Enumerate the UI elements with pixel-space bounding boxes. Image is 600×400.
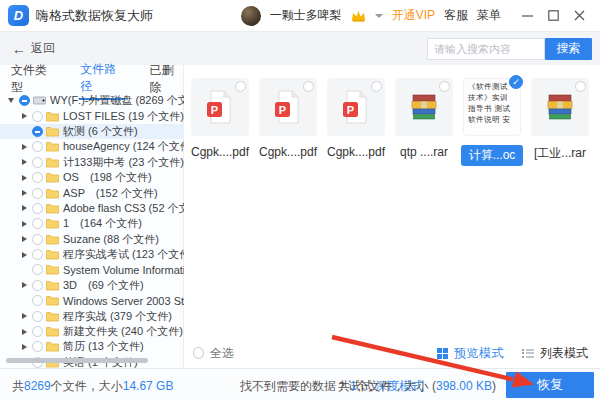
tree-item[interactable]: 程序实战考试 (123 个文件) [0, 247, 184, 262]
file-tile-pdf[interactable]: P [259, 78, 317, 136]
chevron-down-icon[interactable] [375, 14, 383, 18]
tree-item[interactable]: Adobe flash CS3 (52 个文件) [0, 201, 184, 216]
tree-item[interactable]: 软测 (6 个文件) [0, 124, 184, 139]
unchecked-checkbox[interactable] [32, 234, 43, 245]
file-name[interactable]: qtp ....rar [389, 145, 459, 159]
tree-item[interactable]: 3D (69 个文件) [0, 278, 184, 293]
open-vip-button[interactable]: 开通VIP [392, 7, 435, 24]
unchecked-checkbox[interactable] [32, 341, 43, 352]
preview-mode-button[interactable]: 预览模式 [437, 345, 504, 362]
expand-closed-icon[interactable] [19, 282, 29, 288]
unchecked-checkbox[interactable] [32, 141, 43, 152]
folder-icon [46, 188, 60, 199]
file-tile-pdf[interactable]: P [191, 78, 249, 136]
search-button[interactable]: 搜索 [545, 38, 592, 60]
file-unchecked-checkbox[interactable] [303, 81, 314, 92]
unchecked-checkbox[interactable] [32, 264, 43, 275]
tree-item[interactable]: 简历 (13 个文件) [0, 339, 184, 354]
tree-item[interactable]: System Volume Informati [0, 262, 184, 277]
tree-item[interactable]: ASP (152 个文件) [0, 185, 184, 200]
status-bar: 共8269个文件，大小14.67 GB 找不到需要的数据？试试 深度模式 共1个… [0, 368, 600, 400]
tree-item-label: Windows Server 2003 Sta [63, 295, 184, 307]
unchecked-checkbox[interactable] [32, 172, 43, 183]
folder-icon [46, 326, 60, 337]
tree-item-label: 程序实战考试 (123 个文件) [63, 247, 184, 262]
file-tile-pdf[interactable]: P [327, 78, 385, 136]
file-tile-rar[interactable] [531, 78, 589, 136]
file-tile-doc[interactable]: 《软件测试技术》实训指导书 测试软件说明 安✓ [463, 78, 521, 136]
expand-closed-icon[interactable] [19, 329, 29, 335]
expand-open-icon[interactable] [6, 98, 16, 103]
tree-item-label: LOST FILES (19 个文件) [63, 109, 184, 124]
file-unchecked-checkbox[interactable] [575, 81, 586, 92]
menu-button[interactable]: 菜单 [477, 7, 501, 24]
folder-icon [46, 234, 60, 245]
list-view-icon [522, 348, 534, 359]
tree-item[interactable]: 新建文件夹 (240 个文件) [0, 324, 184, 339]
minimize-button[interactable] [516, 5, 538, 27]
tree-item[interactable]: 1 (164 个文件) [0, 216, 184, 231]
folder-icon [46, 295, 60, 306]
unchecked-checkbox[interactable] [32, 326, 43, 337]
tree-item[interactable]: houseAgency (124 个文件) [0, 139, 184, 154]
file-unchecked-checkbox[interactable] [439, 81, 450, 92]
back-button[interactable]: ← 返回 [12, 40, 55, 57]
file-checked-checkbox[interactable]: ✓ [509, 75, 523, 89]
search-input[interactable] [427, 38, 545, 60]
expand-closed-icon[interactable] [19, 313, 29, 319]
file-name[interactable]: Cgpk....pdf [321, 145, 391, 159]
tree-item[interactable]: OS (198 个文件) [0, 170, 184, 185]
expand-closed-icon[interactable] [19, 113, 29, 119]
unchecked-checkbox[interactable] [32, 311, 43, 322]
folder-icon [46, 157, 60, 168]
file-name[interactable]: Cgpk....pdf [185, 145, 255, 159]
unchecked-checkbox[interactable] [32, 295, 43, 306]
content-footer: 全选 预览模式 列表模式 [185, 345, 600, 362]
unchecked-checkbox[interactable] [32, 249, 43, 260]
folder-icon [46, 280, 60, 291]
expand-closed-icon[interactable] [19, 144, 29, 150]
tree-item[interactable]: WY(F:)-外置磁盘 (8269 个文件) [0, 93, 184, 108]
expand-closed-icon[interactable] [19, 190, 29, 196]
maximize-button[interactable] [542, 5, 564, 27]
select-all-checkbox[interactable]: 全选 [193, 345, 234, 362]
file-tile-rar[interactable] [395, 78, 453, 136]
close-button[interactable] [568, 5, 590, 27]
expand-closed-icon[interactable] [19, 205, 29, 211]
list-mode-button[interactable]: 列表模式 [522, 345, 588, 362]
user-avatar[interactable] [241, 6, 261, 26]
tree-item[interactable]: LOST FILES (19 个文件) [0, 108, 184, 123]
partial-checked-checkbox[interactable] [32, 126, 43, 137]
file-name[interactable]: [工业...rar [525, 145, 595, 162]
expand-closed-icon[interactable] [19, 175, 29, 181]
unchecked-checkbox[interactable] [32, 280, 43, 291]
file-name[interactable]: Cgpk....pdf [253, 145, 323, 159]
horizontal-scrollbar[interactable] [6, 358, 148, 363]
file-unchecked-checkbox[interactable] [371, 81, 382, 92]
recover-button[interactable]: 恢复 [506, 372, 594, 398]
svg-text:P: P [211, 104, 218, 116]
username[interactable]: 一颗士多啤梨 [270, 7, 342, 24]
expand-closed-icon[interactable] [19, 344, 29, 350]
unchecked-checkbox[interactable] [32, 157, 43, 168]
expand-closed-icon[interactable] [19, 159, 29, 165]
unchecked-checkbox[interactable] [32, 188, 43, 199]
tree-item[interactable]: Windows Server 2003 Sta [0, 293, 184, 308]
app-title: 嗨格式数据恢复大师 [36, 7, 153, 25]
unchecked-checkbox[interactable] [32, 218, 43, 229]
unchecked-checkbox[interactable] [32, 203, 43, 214]
grid-view-icon [437, 348, 448, 359]
file-unchecked-checkbox[interactable] [235, 81, 246, 92]
customer-service-button[interactable]: 客服 [444, 7, 468, 24]
partial-checked-checkbox[interactable] [19, 95, 30, 106]
tree-item-label: 1 (164 个文件) [63, 216, 142, 231]
expand-closed-icon[interactable] [19, 252, 29, 258]
tree-item[interactable]: Suzane (88 个文件) [0, 232, 184, 247]
unchecked-checkbox[interactable] [32, 111, 43, 122]
tree-item[interactable]: 计133期中考 (23 个文件) [0, 155, 184, 170]
file-name[interactable]: 计算...oc [461, 145, 523, 166]
tree-item[interactable]: 程序实战 (379 个文件) [0, 308, 184, 323]
expand-closed-icon[interactable] [19, 236, 29, 242]
folder-icon [46, 111, 60, 122]
expand-closed-icon[interactable] [19, 221, 29, 227]
